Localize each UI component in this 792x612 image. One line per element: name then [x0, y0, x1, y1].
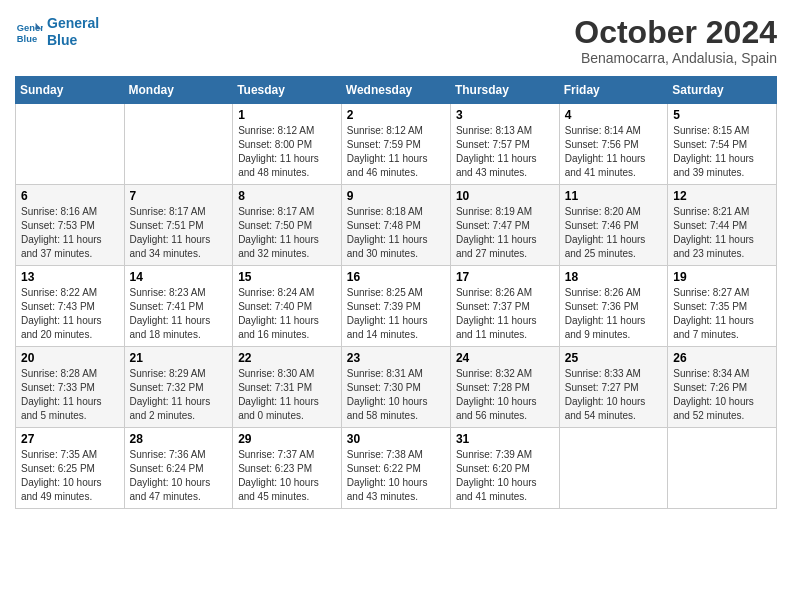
day-number: 16 [347, 270, 445, 284]
day-info: Sunrise: 7:39 AMSunset: 6:20 PMDaylight:… [456, 448, 554, 504]
calendar-cell: 18Sunrise: 8:26 AMSunset: 7:36 PMDayligh… [559, 266, 667, 347]
calendar-cell: 5Sunrise: 8:15 AMSunset: 7:54 PMDaylight… [668, 104, 777, 185]
calendar-cell [124, 104, 233, 185]
day-number: 3 [456, 108, 554, 122]
calendar-cell: 11Sunrise: 8:20 AMSunset: 7:46 PMDayligh… [559, 185, 667, 266]
calendar-cell: 27Sunrise: 7:35 AMSunset: 6:25 PMDayligh… [16, 428, 125, 509]
calendar-cell: 6Sunrise: 8:16 AMSunset: 7:53 PMDaylight… [16, 185, 125, 266]
calendar-cell: 3Sunrise: 8:13 AMSunset: 7:57 PMDaylight… [450, 104, 559, 185]
calendar-cell: 12Sunrise: 8:21 AMSunset: 7:44 PMDayligh… [668, 185, 777, 266]
day-info: Sunrise: 8:18 AMSunset: 7:48 PMDaylight:… [347, 205, 445, 261]
day-info: Sunrise: 8:20 AMSunset: 7:46 PMDaylight:… [565, 205, 662, 261]
day-number: 1 [238, 108, 336, 122]
column-header-tuesday: Tuesday [233, 77, 342, 104]
day-info: Sunrise: 8:33 AMSunset: 7:27 PMDaylight:… [565, 367, 662, 423]
day-number: 7 [130, 189, 228, 203]
calendar-cell: 24Sunrise: 8:32 AMSunset: 7:28 PMDayligh… [450, 347, 559, 428]
calendar-cell: 26Sunrise: 8:34 AMSunset: 7:26 PMDayligh… [668, 347, 777, 428]
day-info: Sunrise: 8:14 AMSunset: 7:56 PMDaylight:… [565, 124, 662, 180]
day-number: 26 [673, 351, 771, 365]
calendar-cell: 13Sunrise: 8:22 AMSunset: 7:43 PMDayligh… [16, 266, 125, 347]
day-info: Sunrise: 8:32 AMSunset: 7:28 PMDaylight:… [456, 367, 554, 423]
day-number: 4 [565, 108, 662, 122]
column-header-thursday: Thursday [450, 77, 559, 104]
calendar-cell: 29Sunrise: 7:37 AMSunset: 6:23 PMDayligh… [233, 428, 342, 509]
day-info: Sunrise: 8:24 AMSunset: 7:40 PMDaylight:… [238, 286, 336, 342]
day-info: Sunrise: 8:23 AMSunset: 7:41 PMDaylight:… [130, 286, 228, 342]
day-number: 10 [456, 189, 554, 203]
day-info: Sunrise: 7:38 AMSunset: 6:22 PMDaylight:… [347, 448, 445, 504]
calendar-cell: 4Sunrise: 8:14 AMSunset: 7:56 PMDaylight… [559, 104, 667, 185]
calendar-cell: 20Sunrise: 8:28 AMSunset: 7:33 PMDayligh… [16, 347, 125, 428]
day-info: Sunrise: 8:16 AMSunset: 7:53 PMDaylight:… [21, 205, 119, 261]
day-number: 22 [238, 351, 336, 365]
calendar-week-3: 13Sunrise: 8:22 AMSunset: 7:43 PMDayligh… [16, 266, 777, 347]
calendar-cell: 2Sunrise: 8:12 AMSunset: 7:59 PMDaylight… [341, 104, 450, 185]
calendar-subtitle: Benamocarra, Andalusia, Spain [574, 50, 777, 66]
day-info: Sunrise: 8:34 AMSunset: 7:26 PMDaylight:… [673, 367, 771, 423]
calendar-cell: 14Sunrise: 8:23 AMSunset: 7:41 PMDayligh… [124, 266, 233, 347]
calendar-body: 1Sunrise: 8:12 AMSunset: 8:00 PMDaylight… [16, 104, 777, 509]
svg-text:Blue: Blue [17, 34, 37, 44]
day-info: Sunrise: 8:12 AMSunset: 7:59 PMDaylight:… [347, 124, 445, 180]
calendar-cell: 17Sunrise: 8:26 AMSunset: 7:37 PMDayligh… [450, 266, 559, 347]
day-number: 18 [565, 270, 662, 284]
calendar-cell: 30Sunrise: 7:38 AMSunset: 6:22 PMDayligh… [341, 428, 450, 509]
day-number: 14 [130, 270, 228, 284]
calendar-table: SundayMondayTuesdayWednesdayThursdayFrid… [15, 76, 777, 509]
calendar-cell: 21Sunrise: 8:29 AMSunset: 7:32 PMDayligh… [124, 347, 233, 428]
calendar-cell: 22Sunrise: 8:30 AMSunset: 7:31 PMDayligh… [233, 347, 342, 428]
day-number: 27 [21, 432, 119, 446]
calendar-title: October 2024 [574, 15, 777, 50]
column-header-wednesday: Wednesday [341, 77, 450, 104]
day-info: Sunrise: 8:22 AMSunset: 7:43 PMDaylight:… [21, 286, 119, 342]
day-info: Sunrise: 7:36 AMSunset: 6:24 PMDaylight:… [130, 448, 228, 504]
day-number: 24 [456, 351, 554, 365]
day-number: 8 [238, 189, 336, 203]
calendar-cell: 1Sunrise: 8:12 AMSunset: 8:00 PMDaylight… [233, 104, 342, 185]
day-number: 25 [565, 351, 662, 365]
calendar-cell: 10Sunrise: 8:19 AMSunset: 7:47 PMDayligh… [450, 185, 559, 266]
day-number: 21 [130, 351, 228, 365]
day-info: Sunrise: 8:26 AMSunset: 7:36 PMDaylight:… [565, 286, 662, 342]
day-number: 9 [347, 189, 445, 203]
column-header-saturday: Saturday [668, 77, 777, 104]
calendar-week-1: 1Sunrise: 8:12 AMSunset: 8:00 PMDaylight… [16, 104, 777, 185]
calendar-cell: 31Sunrise: 7:39 AMSunset: 6:20 PMDayligh… [450, 428, 559, 509]
page-header: General Blue GeneralBlue October 2024 Be… [15, 15, 777, 66]
calendar-cell: 15Sunrise: 8:24 AMSunset: 7:40 PMDayligh… [233, 266, 342, 347]
day-info: Sunrise: 8:17 AMSunset: 7:50 PMDaylight:… [238, 205, 336, 261]
logo-icon: General Blue [15, 18, 43, 46]
day-info: Sunrise: 8:27 AMSunset: 7:35 PMDaylight:… [673, 286, 771, 342]
calendar-cell: 7Sunrise: 8:17 AMSunset: 7:51 PMDaylight… [124, 185, 233, 266]
day-number: 28 [130, 432, 228, 446]
day-number: 11 [565, 189, 662, 203]
day-info: Sunrise: 8:17 AMSunset: 7:51 PMDaylight:… [130, 205, 228, 261]
day-number: 2 [347, 108, 445, 122]
day-info: Sunrise: 8:29 AMSunset: 7:32 PMDaylight:… [130, 367, 228, 423]
calendar-cell: 8Sunrise: 8:17 AMSunset: 7:50 PMDaylight… [233, 185, 342, 266]
day-info: Sunrise: 8:25 AMSunset: 7:39 PMDaylight:… [347, 286, 445, 342]
day-info: Sunrise: 7:35 AMSunset: 6:25 PMDaylight:… [21, 448, 119, 504]
day-number: 29 [238, 432, 336, 446]
day-number: 17 [456, 270, 554, 284]
day-info: Sunrise: 8:21 AMSunset: 7:44 PMDaylight:… [673, 205, 771, 261]
day-info: Sunrise: 8:19 AMSunset: 7:47 PMDaylight:… [456, 205, 554, 261]
calendar-week-4: 20Sunrise: 8:28 AMSunset: 7:33 PMDayligh… [16, 347, 777, 428]
day-info: Sunrise: 8:30 AMSunset: 7:31 PMDaylight:… [238, 367, 336, 423]
day-info: Sunrise: 8:12 AMSunset: 8:00 PMDaylight:… [238, 124, 336, 180]
column-header-monday: Monday [124, 77, 233, 104]
calendar-cell: 9Sunrise: 8:18 AMSunset: 7:48 PMDaylight… [341, 185, 450, 266]
calendar-header-row: SundayMondayTuesdayWednesdayThursdayFrid… [16, 77, 777, 104]
day-number: 30 [347, 432, 445, 446]
day-number: 13 [21, 270, 119, 284]
calendar-cell: 23Sunrise: 8:31 AMSunset: 7:30 PMDayligh… [341, 347, 450, 428]
column-header-sunday: Sunday [16, 77, 125, 104]
calendar-week-2: 6Sunrise: 8:16 AMSunset: 7:53 PMDaylight… [16, 185, 777, 266]
day-number: 12 [673, 189, 771, 203]
calendar-cell [668, 428, 777, 509]
calendar-cell: 19Sunrise: 8:27 AMSunset: 7:35 PMDayligh… [668, 266, 777, 347]
day-number: 5 [673, 108, 771, 122]
calendar-cell: 28Sunrise: 7:36 AMSunset: 6:24 PMDayligh… [124, 428, 233, 509]
calendar-cell: 25Sunrise: 8:33 AMSunset: 7:27 PMDayligh… [559, 347, 667, 428]
